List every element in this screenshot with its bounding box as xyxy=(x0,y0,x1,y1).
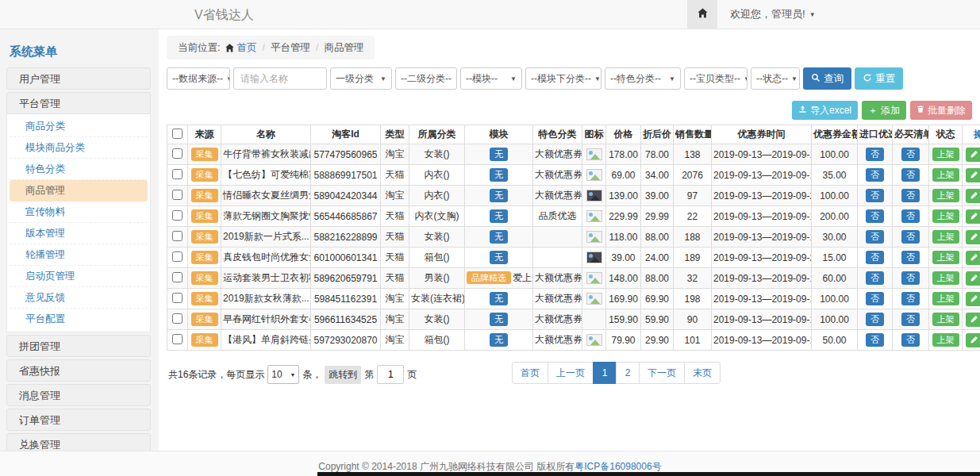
sidebar-item-启动页管理[interactable]: 启动页管理 xyxy=(10,266,148,287)
status-badge[interactable]: 上架 xyxy=(932,313,959,325)
import-select-toggle[interactable]: 否 xyxy=(866,271,884,284)
row-checkbox[interactable] xyxy=(172,272,183,282)
status-badge[interactable]: 上架 xyxy=(932,168,959,181)
filter-select-7[interactable]: --宝贝类型--▼ xyxy=(684,67,747,90)
sidebar-item-意见反馈[interactable]: 意见反馈 xyxy=(10,287,148,309)
status-badge[interactable]: 上架 xyxy=(932,189,959,202)
import-select-toggle[interactable]: 否 xyxy=(866,313,884,325)
edit-button[interactable] xyxy=(966,189,980,203)
row-checkbox[interactable] xyxy=(172,210,183,221)
import-select-toggle[interactable]: 否 xyxy=(866,168,884,181)
select-all-checkbox[interactable] xyxy=(172,129,183,139)
pager-button-首页[interactable]: 首页 xyxy=(512,362,548,384)
filter-select-2[interactable]: 一级分类▼ xyxy=(330,67,392,90)
import-select-toggle[interactable]: 否 xyxy=(866,148,884,160)
edit-button[interactable] xyxy=(966,333,980,347)
import-select-toggle[interactable]: 否 xyxy=(866,333,884,346)
page-number-input[interactable] xyxy=(377,365,404,384)
pager-button-下一页[interactable]: 下一页 xyxy=(639,362,685,384)
pager-button-2[interactable]: 2 xyxy=(616,362,640,384)
status-badge[interactable]: 上架 xyxy=(932,333,959,346)
breadcrumb-home-link[interactable]: 首页 xyxy=(236,41,256,55)
edit-button[interactable] xyxy=(966,168,980,182)
import-select-toggle[interactable]: 否 xyxy=(866,292,884,305)
icp-link[interactable]: 粤ICP备16098006号 xyxy=(575,461,661,472)
filter-select-5[interactable]: --模块下分类--▼ xyxy=(525,67,601,90)
sidebar-group-header-1[interactable]: 平台管理 xyxy=(6,92,151,114)
edit-button[interactable] xyxy=(966,251,980,265)
sidebar-item-宣传物料[interactable]: 宣传物料 xyxy=(10,202,148,223)
sidebar-group-header-5[interactable]: 订单管理 xyxy=(6,409,151,431)
filter-select-6[interactable]: --特色分类--▼ xyxy=(605,67,681,90)
user-menu[interactable]: 欢迎您，管理员! ▼ xyxy=(717,0,828,29)
sidebar-group-header-0[interactable]: 用户管理 xyxy=(6,67,151,90)
filter-select-0[interactable]: --数据来源--▼ xyxy=(167,67,230,90)
sidebar-group-header-3[interactable]: 省惠快报 xyxy=(6,359,151,382)
name-search-input[interactable] xyxy=(233,67,327,90)
must-buy-toggle[interactable]: 否 xyxy=(901,333,920,346)
module-badge[interactable]: 无 xyxy=(490,292,508,305)
sidebar-item-特色分类[interactable]: 特色分类 xyxy=(10,159,148,180)
status-badge[interactable]: 上架 xyxy=(932,148,959,160)
status-badge[interactable]: 上架 xyxy=(932,230,959,243)
import-excel-button[interactable]: 导入excel xyxy=(792,101,858,120)
page-size-select[interactable]: 10 ▼ xyxy=(267,365,299,384)
module-badge[interactable]: 无 xyxy=(490,148,508,160)
status-badge[interactable]: 上架 xyxy=(932,271,959,284)
must-buy-toggle[interactable]: 否 xyxy=(901,148,920,160)
edit-button[interactable] xyxy=(966,271,980,286)
must-buy-toggle[interactable]: 否 xyxy=(901,209,920,222)
must-buy-toggle[interactable]: 否 xyxy=(901,271,920,284)
sidebar-item-模块商品分类[interactable]: 模块商品分类 xyxy=(10,137,148,159)
filter-select-3[interactable]: --二级分类--▼ xyxy=(395,67,457,90)
must-buy-toggle[interactable]: 否 xyxy=(901,313,920,325)
sidebar-item-平台配置[interactable]: 平台配置 xyxy=(10,309,148,330)
filter-select-8[interactable]: --状态--▼ xyxy=(751,67,800,90)
sidebar-item-商品管理[interactable]: 商品管理 xyxy=(10,180,148,202)
row-checkbox[interactable] xyxy=(172,293,183,303)
row-checkbox[interactable] xyxy=(172,251,183,262)
must-buy-toggle[interactable]: 否 xyxy=(901,251,920,263)
edit-button[interactable] xyxy=(966,313,980,327)
must-buy-toggle[interactable]: 否 xyxy=(901,230,920,243)
module-badge[interactable]: 无 xyxy=(490,313,508,325)
module-badge[interactable]: 无 xyxy=(490,333,508,346)
edit-button[interactable] xyxy=(966,292,980,306)
status-badge[interactable]: 上架 xyxy=(932,251,959,263)
module-badge[interactable]: 无 xyxy=(490,209,508,222)
pager-button-末页[interactable]: 末页 xyxy=(684,362,721,384)
sidebar-item-版本管理[interactable]: 版本管理 xyxy=(10,223,148,244)
edit-button[interactable] xyxy=(966,230,980,244)
sidebar-group-header-4[interactable]: 消息管理 xyxy=(6,384,151,406)
module-badge[interactable]: 无 xyxy=(490,168,508,181)
home-nav-button[interactable] xyxy=(687,0,717,29)
import-select-toggle[interactable]: 否 xyxy=(866,251,884,263)
import-select-toggle[interactable]: 否 xyxy=(866,189,884,202)
edit-button[interactable] xyxy=(966,209,980,224)
search-button[interactable]: 查询 xyxy=(803,67,851,90)
sidebar-item-商品分类[interactable]: 商品分类 xyxy=(10,116,148,137)
module-badge[interactable]: 无 xyxy=(490,189,508,202)
jump-button[interactable]: 跳转到 xyxy=(325,366,361,384)
module-badge[interactable]: 无 xyxy=(490,230,508,243)
row-checkbox[interactable] xyxy=(172,313,183,324)
must-buy-toggle[interactable]: 否 xyxy=(901,189,920,202)
row-checkbox[interactable] xyxy=(172,148,183,159)
import-select-toggle[interactable]: 否 xyxy=(866,230,884,243)
pager-button-1[interactable]: 1 xyxy=(593,362,617,384)
edit-button[interactable] xyxy=(966,148,980,162)
status-badge[interactable]: 上架 xyxy=(932,209,959,222)
reset-button[interactable]: 重置 xyxy=(855,67,903,90)
filter-select-4[interactable]: --模块--▼ xyxy=(460,67,522,90)
sidebar-group-header-6[interactable]: 兑换管理 xyxy=(6,433,151,451)
module-badge[interactable]: 无 xyxy=(490,251,508,263)
add-button[interactable]: ＋ 添加 xyxy=(862,101,906,120)
sidebar-group-header-2[interactable]: 拼团管理 xyxy=(6,335,151,357)
batch-delete-button[interactable]: 批量删除 xyxy=(910,101,972,120)
row-checkbox[interactable] xyxy=(172,231,183,241)
row-checkbox[interactable] xyxy=(172,190,183,200)
sidebar-item-轮播管理[interactable]: 轮播管理 xyxy=(10,244,148,266)
row-checkbox[interactable] xyxy=(172,169,183,179)
pager-button-上一页[interactable]: 上一页 xyxy=(548,362,594,384)
import-select-toggle[interactable]: 否 xyxy=(866,209,884,222)
